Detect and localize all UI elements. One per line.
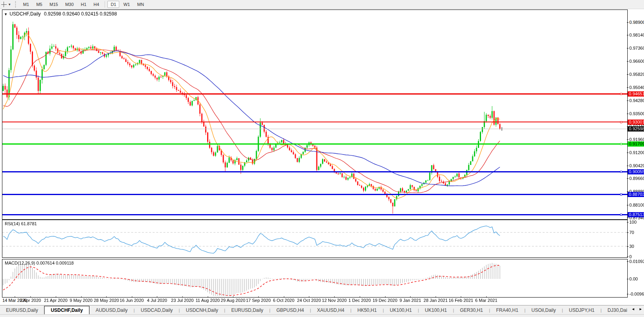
symbol-dropdown-icon[interactable]: ▼: [4, 12, 8, 16]
current-price-line: [2, 129, 627, 129]
chart-tab-uk100-h1[interactable]: UK100,H1: [384, 306, 418, 314]
chart-tab-eurusd-daily[interactable]: EURUSD,Daily: [225, 306, 270, 314]
timeframe-button-m5[interactable]: M5: [33, 1, 45, 8]
timeframe-button-m30[interactable]: M30: [62, 1, 77, 8]
chart-tab-usdcnh-daily[interactable]: USDCNH,Daily: [180, 306, 224, 314]
date-axis-label: 6 Mar 2021: [475, 298, 497, 303]
level-line-handle[interactable]: [620, 171, 622, 173]
date-axis-label: 16 Feb 2021: [449, 298, 473, 303]
current-bar-marker: [502, 127, 502, 131]
date-axis-label: 28 May 2020: [94, 298, 119, 303]
price-axis-tick: 0.97360: [629, 46, 644, 50]
timeframe-button-m15[interactable]: M15: [46, 1, 61, 8]
rsi-axis-tick: 100: [629, 220, 636, 224]
date-axis-label: 4 Jul 2020: [147, 298, 167, 303]
price-level-badge: 0.93001: [628, 120, 644, 125]
macd-axis-tick: -0.00965: [629, 292, 644, 296]
level-line-0.88703[interactable]: [2, 194, 627, 195]
level-line-handle[interactable]: [620, 143, 622, 145]
chart-tab-eurusd-daily[interactable]: EURUSD,Daily: [0, 306, 44, 314]
date-axis-label: 6 Oct 2020: [273, 298, 295, 303]
level-line-0.93001[interactable]: [2, 122, 627, 122]
price-axis-tick: 0.94280: [629, 98, 644, 103]
toolbar-separator: [105, 1, 105, 8]
cursor-dropdown-icon[interactable]: ▼: [8, 3, 11, 6]
date-axis-label: 9 Jan 2021: [400, 298, 421, 303]
timeframe-button-h1[interactable]: H1: [78, 1, 89, 8]
level-line-0.91709[interactable]: [2, 143, 627, 145]
rsi-axis-tick: 0: [629, 254, 632, 259]
price-axis-tick: 0.95820: [629, 72, 644, 77]
timeframe-button-m1[interactable]: M1: [20, 1, 32, 8]
date-axis-label: 19 Dec 2020: [372, 298, 397, 303]
chart-tab-usdcad-daily[interactable]: USDCAD,Daily: [135, 306, 179, 314]
chart-tab-bar: EURUSD,DailyUSDCHF,DailyAUDUSD,Daily|USD…: [0, 305, 644, 315]
timeframe-button-h4[interactable]: H4: [90, 1, 102, 8]
level-line-handle[interactable]: [620, 193, 622, 195]
macd-axis-tick: 0.00: [629, 276, 638, 281]
date-axis-label: 23 Jul 2020: [171, 298, 194, 303]
price-axis-tick: 0.96600: [629, 59, 644, 64]
price-axis-tick: 0.95040: [629, 85, 644, 90]
price-axis-tick: 0.90420: [629, 163, 644, 168]
macd-indicator-label: MACD(12,26,9) 0.007614 0.009118: [5, 261, 74, 265]
chart-tab-ger30-h1[interactable]: GER30,H1: [454, 306, 489, 314]
chart-tab-fra40-h1[interactable]: FRA40,H1: [490, 306, 524, 314]
date-axis-label: 11 Aug 2020: [196, 298, 220, 303]
timeframe-button-mn[interactable]: MN: [134, 1, 147, 8]
level-line-0.90055[interactable]: [2, 171, 627, 172]
level-line-0.94651[interactable]: [2, 93, 627, 95]
chart-tab-usdjpy-h1[interactable]: USDJPY,H1: [563, 306, 600, 314]
chart-tab-hk50-h1[interactable]: HK50,H1: [351, 306, 383, 314]
level-line-0.87513[interactable]: [2, 214, 627, 215]
status-strip: [0, 314, 644, 317]
chart-tab-gbpusd-h4[interactable]: GBPUSD,H4: [270, 306, 310, 314]
chart-tab-dj30-daily[interactable]: DJ30,Daily: [601, 306, 627, 314]
chart-tab-uk100-h1[interactable]: UK100,H1: [419, 306, 453, 314]
date-axis-label: 24 Oct 2020: [297, 298, 321, 303]
current-price-badge: 0.92598: [628, 126, 644, 131]
price-axis-tick: 0.98900: [629, 20, 644, 25]
chart-tab-xauusd-h4[interactable]: XAUUSD,H4: [311, 306, 350, 314]
toolbar-grip[interactable]: [15, 1, 17, 8]
price-level-badge: 0.91709: [628, 141, 644, 147]
price-axis-tick: 0.98140: [629, 33, 644, 37]
date-axis-label: 12 Nov 2020: [322, 298, 347, 303]
macd-axis-tick: 0.010933: [629, 259, 644, 264]
date-axis-label: 2 Apr 2020: [20, 298, 41, 303]
timeframe-buttons: M1M5M15M30H1H4D1W1MN: [19, 1, 147, 8]
level-line-handle[interactable]: [620, 121, 622, 123]
price-axis-tick: 0.91200: [629, 150, 644, 155]
chart-tab-audusd-daily[interactable]: AUDUSD,Daily: [89, 306, 134, 314]
price-level-badge: 0.87513: [628, 212, 644, 217]
date-axis-label: 28 Jan 2021: [424, 298, 448, 303]
date-axis-label: 16 Jun 2020: [120, 298, 144, 303]
date-axis-label: 9 May 2020: [70, 298, 92, 303]
date-axis-label: 1 Dec 2020: [349, 298, 371, 303]
chart-tabs: EURUSD,DailyUSDCHF,DailyAUDUSD,Daily|USD…: [0, 306, 627, 315]
macd-chart-canvas[interactable]: [2, 259, 627, 297]
chart-tab-usoil-daily[interactable]: USOil,Daily: [526, 306, 562, 314]
crosshair-cursor-icon[interactable]: [1, 1, 7, 8]
rsi-indicator-label: RSI(14) 61.8781: [5, 221, 37, 226]
rsi-axis-tick: 30: [629, 244, 634, 249]
date-axis-label: 29 Aug 2020: [221, 298, 245, 303]
timeframe-button-d1[interactable]: D1: [107, 1, 119, 8]
candlestick-chart-canvas[interactable]: [2, 10, 627, 219]
rsi-chart-canvas[interactable]: [2, 220, 627, 257]
level-line-handle[interactable]: [620, 214, 622, 216]
timeframe-button-w1[interactable]: W1: [120, 1, 133, 8]
chart-tab-usdchf-daily[interactable]: USDCHF,Daily: [44, 306, 90, 315]
trading-terminal-window: ▼ M1M5M15M30H1H4D1W1MN ▼USDCHF,Daily0.92…: [0, 0, 644, 317]
price-axis-tick: 0.89660: [629, 176, 644, 181]
chart-title: ▼USDCHF,Daily0.92598 0.92640 0.92415 0.9…: [4, 11, 117, 17]
timeframe-toolbar: ▼ M1M5M15M30H1H4D1W1MN: [0, 0, 644, 9]
tab-scroll-left-icon[interactable]: ◄: [631, 307, 635, 311]
tab-scroll-right-icon[interactable]: ►: [639, 307, 642, 311]
chart-symbol-label: USDCHF,Daily: [10, 11, 41, 17]
price-level-badge: 0.88703: [628, 192, 644, 197]
price-level-badge: 0.90055: [628, 169, 644, 174]
rsi-axis-tick: 70: [629, 230, 634, 235]
price-axis-tick: 0.88100: [629, 203, 644, 207]
level-line-handle[interactable]: [620, 93, 622, 95]
